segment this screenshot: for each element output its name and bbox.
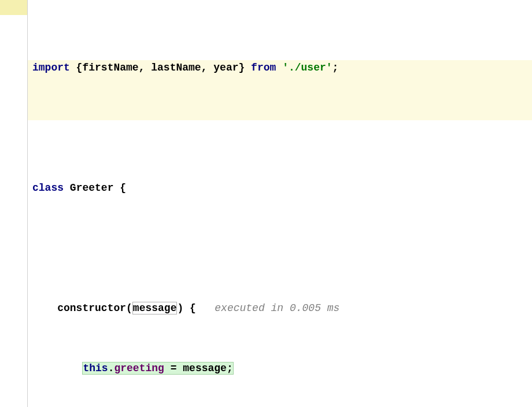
indent	[32, 362, 82, 374]
space	[276, 62, 282, 73]
punct: {	[70, 62, 83, 73]
editor-gutter	[0, 0, 28, 407]
property-greeting: greeting	[114, 362, 164, 374]
ident-lastName: lastName	[151, 62, 201, 73]
punct: ,	[139, 62, 152, 73]
assign: = message;	[164, 362, 233, 374]
code-line-1[interactable]: import {firstName, lastName, year} from …	[32, 60, 532, 75]
punct: .	[108, 362, 114, 374]
gutter-marker	[0, 0, 27, 15]
keyword-class: class	[32, 182, 64, 194]
executed-statement: this.greeting = message;	[82, 362, 233, 375]
keyword-from: from	[251, 62, 276, 73]
code-line-2[interactable]	[32, 120, 532, 135]
code-line-4[interactable]	[32, 240, 532, 256]
space	[64, 182, 70, 194]
code-line-6[interactable]: this.greeting = message;	[32, 361, 532, 376]
punct: (	[126, 302, 132, 314]
ident-Greeter: Greeter {	[70, 182, 126, 194]
ident-year: year	[213, 62, 238, 73]
param-highlight-message: message	[132, 302, 178, 314]
punct: ,	[201, 62, 214, 73]
punct: }	[239, 62, 252, 73]
punct: ) {	[177, 302, 195, 314]
code-line-3[interactable]: class Greeter {	[32, 180, 532, 195]
indent	[32, 302, 57, 314]
ident-firstName: firstName	[82, 62, 138, 73]
execution-time-comment: executed in 0.005 ms	[215, 302, 339, 314]
string-literal: './user'	[282, 62, 332, 73]
ident-constructor: constructor	[57, 302, 126, 314]
keyword-import: import	[32, 62, 70, 73]
code-line-5[interactable]: constructor(message) { executed in 0.005…	[32, 301, 532, 316]
code-editor[interactable]: import {firstName, lastName, year} from …	[28, 0, 532, 407]
punct: ;	[332, 62, 339, 73]
keyword-this: this	[83, 362, 108, 374]
